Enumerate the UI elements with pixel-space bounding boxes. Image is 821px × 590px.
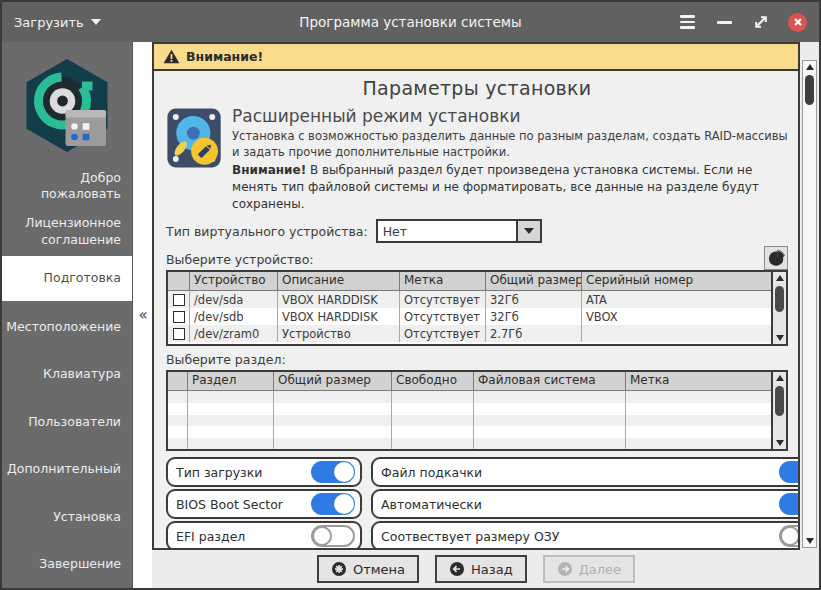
sidebar-item-additional[interactable]: Дополнительный [2, 446, 132, 493]
load-menu-label: Загрузить [14, 15, 84, 30]
empty-row [168, 403, 771, 415]
content-area: Параметры установки [154, 71, 798, 548]
sidebar-item-installation[interactable]: Установка [2, 493, 132, 540]
disk-usage-button[interactable] [764, 246, 788, 270]
scroll-down-icon[interactable] [803, 535, 816, 547]
cell-device: /dev/sdb [190, 308, 278, 325]
scroll-thumb[interactable] [805, 75, 814, 105]
next-icon [557, 561, 573, 577]
scroll-down-icon[interactable] [773, 437, 786, 449]
sidebar-item-users[interactable]: Пользователи [2, 398, 132, 445]
swap-file-toggle[interactable] [779, 461, 798, 483]
boot-type-label: Тип загрузки [176, 465, 311, 480]
device-row-zram0[interactable]: /dev/zram0 Устройство Отсутствует 2.7Гб [168, 325, 771, 342]
back-button[interactable]: Назад [435, 555, 527, 583]
scroll-thumb[interactable] [775, 286, 784, 312]
partition-table-header: Раздел Общий размер Свободно Файловая си… [168, 372, 771, 391]
cell-serial: ATA [582, 291, 771, 308]
bios-boot-sector-label: BIOS Boot Sector [176, 497, 311, 512]
titlebar: Загрузить Программа установки системы [2, 2, 819, 42]
virtual-device-row: Тип виртуального устройства: Нет [166, 219, 788, 243]
sidebar: Добро пожаловать Лицензионное соглашение… [2, 42, 132, 588]
sidebar-item-license[interactable]: Лицензионное соглашение [2, 210, 132, 254]
column-header: Серийный номер [582, 272, 771, 290]
column-header: Общий размер [486, 272, 582, 290]
menu-button[interactable] [677, 12, 697, 32]
partition-select-label: Выберите раздел: [166, 352, 286, 367]
efi-partition-row: EFI раздел [166, 521, 362, 548]
main-panel: Внимание! Параметры установки [152, 42, 800, 550]
column-header: Метка [626, 372, 771, 390]
sidebar-item-finish[interactable]: Завершение [2, 540, 132, 587]
close-button[interactable] [788, 13, 807, 32]
sidebar-item-label: Добро пожаловать [13, 170, 121, 203]
cell-description: VBOX HARDDISK [278, 291, 400, 308]
device-checkbox[interactable] [173, 294, 185, 306]
minimize-icon [717, 21, 732, 24]
cell-description: VBOX HARDDISK [278, 308, 400, 325]
warning-icon [163, 49, 180, 64]
cell-serial: VBOX [582, 308, 771, 325]
cancel-label: Отмена [353, 562, 405, 577]
sidebar-item-preparation[interactable]: Подготовка [2, 256, 132, 301]
maximize-button[interactable] [751, 12, 771, 32]
virtual-device-select[interactable]: Нет [376, 219, 542, 243]
scroll-up-icon[interactable] [773, 272, 786, 284]
app-logo [2, 42, 132, 163]
warning-banner-text: Внимание! [186, 49, 263, 64]
sidebar-item-location[interactable]: Местоположение [2, 303, 132, 350]
swap-auto-toggle[interactable] [779, 493, 798, 515]
page-title: Параметры установки [166, 77, 788, 99]
sidebar-item-keyboard[interactable]: Клавиатура [2, 351, 132, 398]
cell-size: 32Гб [486, 291, 582, 308]
close-icon [793, 17, 803, 27]
partition-select-row: Выберите раздел: [166, 352, 788, 367]
section-title: Расширенный режим установки [232, 106, 788, 126]
swap-match-ram-row: Соотвествует размеру ОЗУ [371, 521, 798, 548]
partition-table-scrollbar[interactable] [771, 372, 786, 449]
device-row-sda[interactable]: /dev/sda VBOX HARDDISK Отсутствует 32Гб … [168, 291, 771, 308]
section-warning-text: В выбранный раздел будет произведена уст… [232, 163, 759, 211]
section-description: Установка с возможностью разделить данны… [232, 129, 788, 160]
sidebar-item-welcome[interactable]: Добро пожаловать [2, 165, 132, 209]
sidebar-item-label: Лицензионное соглашение [13, 215, 121, 248]
dropdown-button[interactable] [516, 221, 540, 241]
swap-auto-label: Автоматически [381, 497, 779, 512]
scroll-down-icon[interactable] [773, 332, 786, 344]
device-checkbox[interactable] [173, 328, 185, 340]
virtual-device-label: Тип виртуального устройства: [166, 224, 368, 239]
next-button[interactable]: Далее [543, 555, 635, 583]
sidebar-item-label: Местоположение [6, 319, 121, 336]
scroll-thumb[interactable] [775, 386, 784, 416]
device-checkbox[interactable] [173, 311, 185, 323]
scroll-up-icon[interactable] [773, 372, 786, 384]
partition-table: Раздел Общий размер Свободно Файловая си… [166, 370, 788, 451]
sidebar-collapse-strip: « [132, 42, 152, 588]
device-select-label: Выберите устройство: [166, 252, 314, 267]
hamburger-icon [680, 15, 695, 29]
virtual-device-value: Нет [378, 221, 516, 241]
cell-device: /dev/zram0 [190, 325, 278, 342]
window-scrollbar[interactable] [802, 60, 817, 548]
cancel-button[interactable]: Отмена [317, 555, 419, 583]
device-table-scrollbar[interactable] [771, 272, 786, 344]
sidebar-item-label: Завершение [39, 556, 121, 573]
bios-boot-sector-toggle[interactable] [311, 493, 355, 515]
device-row-sdb[interactable]: /dev/sdb VBOX HARDDISK Отсутствует 32Гб … [168, 308, 771, 325]
section-warning: Внимание! В выбранный раздел будет произ… [232, 162, 788, 212]
minimize-button[interactable] [714, 12, 734, 32]
collapse-sidebar-button[interactable]: « [133, 306, 153, 324]
column-header: Метка [400, 272, 486, 290]
cell-label: Отсутствует [400, 325, 486, 342]
window-controls [677, 12, 807, 32]
load-menu-button[interactable]: Загрузить [14, 15, 101, 30]
next-label: Далее [579, 562, 621, 577]
scroll-up-icon[interactable] [803, 61, 816, 73]
mode-section: Расширенный режим установки Установка с … [166, 106, 788, 212]
swap-match-ram-toggle[interactable] [779, 525, 798, 547]
efi-partition-toggle[interactable] [311, 525, 355, 547]
sidebar-item-label: Установка [53, 509, 121, 526]
boot-type-row: Тип загрузки [166, 457, 362, 487]
boot-type-toggle[interactable] [311, 461, 355, 483]
footer-bar: Отмена Назад Далее [152, 550, 800, 588]
